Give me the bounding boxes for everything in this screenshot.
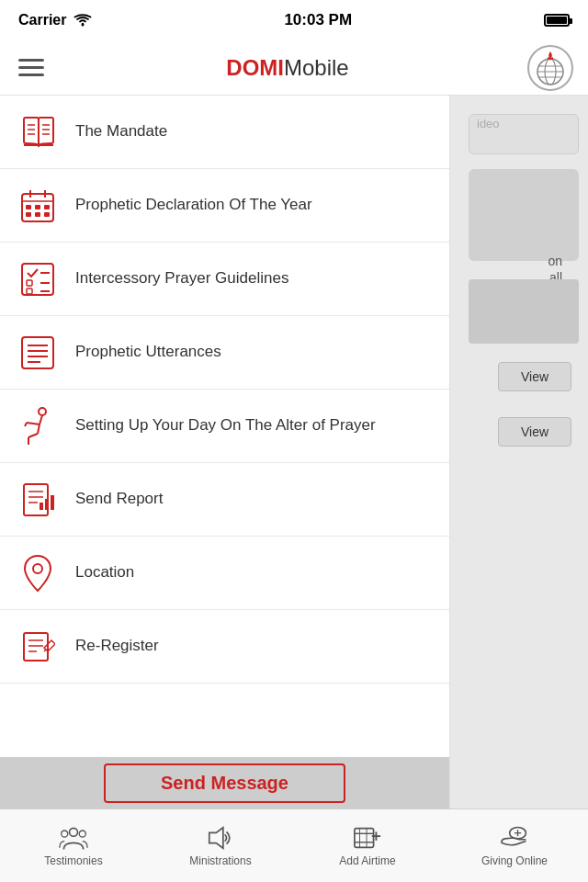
svg-rect-21 bbox=[26, 212, 31, 217]
ministrations-label: Ministrations bbox=[189, 854, 251, 867]
svg-rect-48 bbox=[51, 495, 54, 510]
edit-icon bbox=[15, 624, 61, 670]
menu-item-mandate[interactable]: The Mandate bbox=[0, 96, 449, 169]
menu-item-setting-day[interactable]: Setting Up Your Day On The Alter of Pray… bbox=[0, 390, 449, 463]
tab-testimonies[interactable]: Testimonies bbox=[0, 818, 147, 875]
wifi-icon bbox=[74, 14, 92, 27]
svg-rect-59 bbox=[355, 828, 374, 847]
header: DOMIMobile bbox=[0, 40, 588, 96]
svg-marker-58 bbox=[209, 827, 223, 848]
status-bar: Carrier 10:03 PM bbox=[0, 0, 588, 40]
svg-rect-20 bbox=[44, 205, 50, 209]
prophetic-declaration-label: Prophetic Declaration Of The Year bbox=[75, 195, 312, 215]
svg-line-39 bbox=[38, 424, 40, 434]
menu-item-re-register[interactable]: Re-Register bbox=[0, 610, 449, 684]
svg-point-55 bbox=[70, 828, 78, 836]
app-title: DOMIMobile bbox=[226, 55, 348, 81]
mandate-label: The Mandate bbox=[75, 121, 167, 141]
tab-bar: Testimonies Ministrations bbox=[0, 808, 588, 882]
svg-rect-23 bbox=[44, 212, 50, 217]
testimonies-label: Testimonies bbox=[44, 854, 102, 867]
svg-rect-26 bbox=[27, 280, 32, 286]
svg-rect-22 bbox=[35, 212, 40, 217]
airtime-icon bbox=[353, 825, 382, 851]
svg-rect-46 bbox=[40, 503, 43, 510]
svg-line-40 bbox=[28, 434, 38, 437]
drawer-menu: The Mandate Prophetic Declaration Of bbox=[0, 96, 450, 808]
svg-line-37 bbox=[27, 423, 40, 424]
menu-item-send-report[interactable]: Send Report bbox=[0, 463, 449, 537]
svg-point-57 bbox=[79, 831, 85, 837]
status-right bbox=[544, 14, 570, 27]
utterances-label: Prophetic Utterances bbox=[75, 342, 221, 362]
giving-online-label: Giving Online bbox=[481, 854, 548, 867]
logo bbox=[527, 45, 573, 91]
bg-card-2 bbox=[469, 279, 579, 344]
bg-card-1: on all bbox=[469, 169, 579, 261]
tab-ministrations[interactable]: Ministrations bbox=[147, 818, 294, 875]
location-label: Location bbox=[75, 562, 134, 582]
report-icon bbox=[15, 477, 61, 523]
svg-point-35 bbox=[39, 408, 46, 415]
setting-day-label: Setting Up Your Day On The Alter of Pray… bbox=[75, 415, 376, 435]
svg-line-38 bbox=[25, 423, 27, 426]
location-icon bbox=[15, 550, 61, 596]
prayer-icon bbox=[15, 403, 61, 449]
svg-rect-30 bbox=[22, 337, 53, 368]
add-airtime-label: Add Airtime bbox=[339, 854, 395, 867]
send-message-bar: Send Message bbox=[0, 757, 449, 808]
title-domi: DOMI bbox=[226, 55, 284, 80]
svg-line-36 bbox=[40, 415, 42, 424]
menu-item-location[interactable]: Location bbox=[0, 537, 449, 610]
svg-point-49 bbox=[33, 564, 42, 573]
title-mobile: Mobile bbox=[284, 55, 349, 80]
send-report-label: Send Report bbox=[75, 489, 163, 509]
battery-icon bbox=[544, 14, 570, 27]
svg-line-54 bbox=[44, 650, 46, 651]
calendar-icon bbox=[15, 183, 61, 229]
speaker-icon bbox=[206, 825, 235, 851]
giving-icon bbox=[500, 825, 529, 851]
tab-add-airtime[interactable]: Add Airtime bbox=[294, 818, 441, 875]
menu-item-intercessory[interactable]: Intercessory Prayer Guidelines bbox=[0, 243, 449, 316]
content-area: ideo on all View View bbox=[0, 96, 588, 808]
bg-search-input: ideo bbox=[469, 114, 579, 154]
bg-view-1[interactable]: View bbox=[498, 362, 571, 391]
menu-item-prophetic-declaration[interactable]: Prophetic Declaration Of The Year bbox=[0, 169, 449, 243]
list-icon bbox=[15, 330, 61, 376]
status-left: Carrier bbox=[18, 12, 92, 28]
svg-rect-42 bbox=[24, 484, 48, 515]
carrier-label: Carrier bbox=[18, 12, 66, 28]
svg-point-56 bbox=[62, 831, 68, 837]
send-message-button[interactable]: Send Message bbox=[104, 763, 345, 803]
svg-rect-18 bbox=[26, 205, 31, 209]
svg-rect-47 bbox=[45, 499, 49, 510]
status-time: 10:03 PM bbox=[284, 11, 352, 29]
checklist-icon bbox=[15, 256, 61, 302]
menu-item-utterances[interactable]: Prophetic Utterances bbox=[0, 316, 449, 390]
tab-giving-online[interactable]: Giving Online bbox=[441, 818, 588, 875]
svg-rect-28 bbox=[27, 288, 32, 294]
book-icon bbox=[15, 109, 61, 155]
logo-icon bbox=[530, 48, 571, 88]
svg-point-0 bbox=[82, 24, 85, 27]
people-icon bbox=[59, 825, 88, 851]
menu-button[interactable] bbox=[15, 55, 48, 80]
svg-rect-19 bbox=[35, 205, 40, 209]
bg-view-2[interactable]: View bbox=[498, 417, 571, 447]
re-register-label: Re-Register bbox=[75, 636, 159, 656]
intercessory-label: Intercessory Prayer Guidelines bbox=[75, 268, 288, 288]
